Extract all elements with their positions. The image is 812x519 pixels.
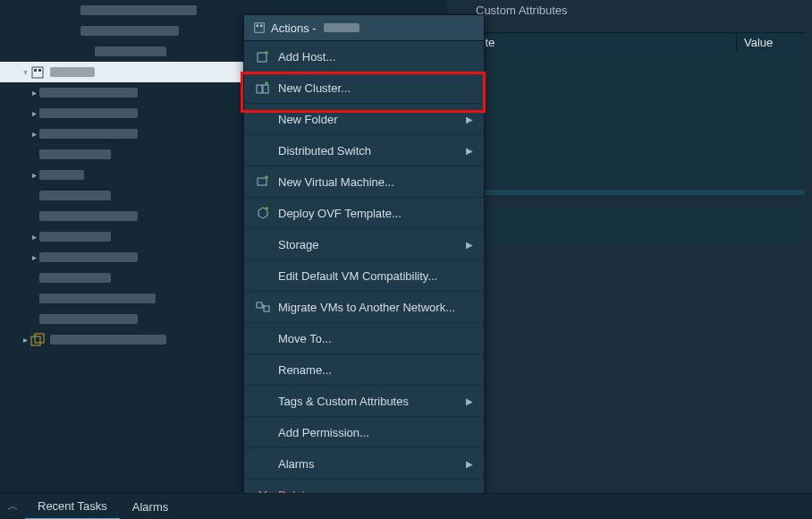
tree-item[interactable]: [0, 309, 243, 329]
vm-group-icon: [30, 333, 45, 347]
migrate-icon: [255, 299, 271, 315]
menu-new-folder[interactable]: New Folder ▶: [244, 104, 484, 135]
menu-item-label: Rename...: [278, 363, 332, 377]
custom-attributes-title: Custom Attributes: [476, 4, 568, 17]
menu-deploy-ovf[interactable]: Deploy OVF Template...: [244, 198, 484, 229]
menu-new-vm[interactable]: New Virtual Machine...: [244, 166, 484, 198]
chevron-down-icon: ▾: [20, 67, 30, 77]
detail-panel: Custom Attributes bute Value: [447, 0, 812, 494]
tree-item[interactable]: ▸: [0, 247, 243, 268]
column-attribute[interactable]: bute: [465, 33, 737, 53]
menu-title: Actions -: [244, 15, 484, 41]
tree-item[interactable]: [0, 206, 243, 226]
menu-item-label: Add Permission...: [278, 426, 369, 439]
deploy-ovf-icon: [255, 205, 271, 221]
custom-attributes-body: [465, 52, 805, 186]
svg-rect-3: [31, 336, 40, 345]
svg-rect-6: [257, 25, 259, 28]
menu-item-label: Move To...: [278, 332, 332, 345]
submenu-arrow-icon: ▶: [466, 146, 473, 156]
menu-item-label: Deploy OVF Template...: [278, 207, 402, 220]
svg-rect-9: [257, 85, 262, 93]
tree-item[interactable]: [0, 185, 243, 206]
menu-add-permission[interactable]: Add Permission...: [244, 417, 484, 448]
menu-rename[interactable]: Rename...: [244, 354, 484, 386]
svg-rect-0: [32, 67, 43, 78]
tree-item[interactable]: [0, 144, 243, 165]
menu-move-to[interactable]: Move To...: [244, 323, 484, 354]
add-host-icon: [255, 48, 271, 64]
new-cluster-icon: [255, 80, 271, 96]
submenu-arrow-icon: ▶: [466, 396, 473, 406]
inventory-tree: ▾ █████ ▸ ▸ ▸ ▸ ▸ ▸ ▸ ██████████: [0, 0, 243, 494]
context-menu: Actions - Add Host... New Cluster... New…: [243, 14, 485, 511]
svg-rect-11: [258, 178, 266, 185]
tree-item[interactable]: [0, 268, 243, 288]
svg-rect-7: [260, 25, 263, 28]
tree-item-selected-datacenter[interactable]: ▾ █████: [0, 62, 243, 82]
menu-migrate-network[interactable]: Migrate VMs to Another Network...: [244, 292, 484, 323]
svg-rect-12: [257, 302, 262, 308]
svg-rect-4: [35, 334, 44, 343]
menu-item-label: Distributed Switch: [278, 144, 371, 157]
submenu-arrow-icon: ▶: [466, 240, 473, 250]
svg-rect-2: [38, 69, 41, 72]
menu-item-label: New Cluster...: [278, 81, 351, 95]
bottom-bar: ︿ Recent Tasks Alarms: [0, 493, 812, 519]
menu-item-label: Storage: [278, 238, 319, 251]
svg-rect-10: [263, 85, 268, 93]
tree-item[interactable]: [0, 288, 243, 309]
tree-item[interactable]: ▸: [0, 82, 243, 103]
chevron-right-icon: ▸: [29, 232, 39, 242]
menu-item-label: Edit Default VM Compatibility...: [278, 269, 437, 283]
menu-edit-compat[interactable]: Edit Default VM Compatibility...: [244, 260, 484, 292]
tree-item[interactable]: ▸: [0, 226, 243, 247]
svg-rect-13: [264, 306, 269, 311]
tree-item-label: █████: [50, 67, 95, 77]
tree-item[interactable]: ▸: [0, 123, 243, 144]
tree-item-label: ██████████: [50, 335, 166, 345]
expand-panel-icon[interactable]: ︿: [0, 498, 25, 515]
menu-item-label: Migrate VMs to Another Network...: [278, 301, 455, 314]
submenu-arrow-icon: ▶: [466, 115, 473, 124]
menu-title-target: [324, 23, 359, 32]
chevron-right-icon: ▸: [29, 108, 39, 118]
svg-rect-8: [258, 53, 266, 62]
menu-distributed-switch[interactable]: Distributed Switch ▶: [244, 135, 484, 166]
tab-alarms[interactable]: Alarms: [120, 494, 181, 519]
tree-item[interactable]: ▸: [0, 165, 243, 185]
datacenter-icon: [253, 21, 266, 34]
new-vm-icon: [255, 174, 271, 190]
submenu-arrow-icon: ▶: [466, 459, 473, 469]
tab-recent-tasks[interactable]: Recent Tasks: [25, 493, 120, 519]
chevron-right-icon: ▸: [20, 335, 30, 345]
tree-item[interactable]: ▸: [0, 103, 243, 123]
panel-divider: [465, 190, 805, 195]
menu-item-label: Add Host...: [278, 50, 335, 64]
tree-item[interactable]: [0, 21, 243, 41]
svg-rect-5: [255, 23, 265, 33]
column-value[interactable]: Value: [737, 33, 805, 53]
chevron-right-icon: ▸: [29, 129, 39, 139]
menu-alarms[interactable]: Alarms ▶: [244, 448, 484, 480]
datacenter-icon: [30, 65, 45, 80]
menu-title-label: Actions -: [271, 21, 317, 35]
menu-item-label: Tags & Custom Attributes: [278, 395, 409, 408]
menu-item-label: New Virtual Machine...: [278, 175, 394, 189]
tree-item[interactable]: [0, 0, 243, 21]
tree-item-vm-container[interactable]: ▸ ██████████: [0, 329, 243, 350]
chevron-right-icon: ▸: [29, 170, 39, 180]
menu-tags-attributes[interactable]: Tags & Custom Attributes ▶: [244, 386, 484, 417]
app-root: ▾ █████ ▸ ▸ ▸ ▸ ▸ ▸ ▸ ██████████ Custom …: [0, 0, 812, 519]
custom-attributes-header: bute Value: [465, 32, 805, 54]
menu-item-label: Alarms: [278, 457, 314, 471]
menu-new-cluster[interactable]: New Cluster...: [244, 72, 484, 104]
menu-storage[interactable]: Storage ▶: [244, 229, 484, 260]
menu-add-host[interactable]: Add Host...: [244, 41, 484, 72]
svg-rect-1: [34, 69, 37, 72]
tree-item[interactable]: [0, 41, 243, 62]
panel-section: [465, 208, 805, 243]
chevron-right-icon: ▸: [29, 252, 39, 262]
menu-item-label: New Folder: [278, 113, 337, 126]
chevron-right-icon: ▸: [29, 88, 39, 98]
